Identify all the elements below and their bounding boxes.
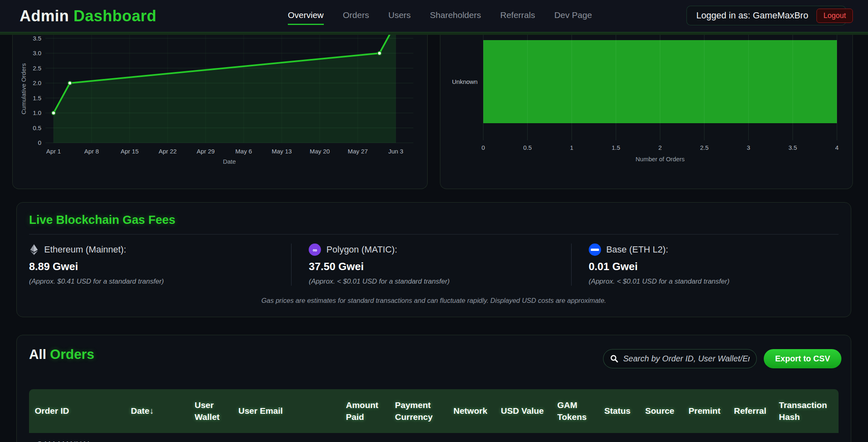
- svg-text:1.0: 1.0: [33, 109, 41, 116]
- nav-item-shareholders[interactable]: Shareholders: [430, 7, 481, 25]
- column-header-user-email[interactable]: User Email: [233, 389, 340, 433]
- orders-count-chart-card: 00.511.522.533.54UnknownNumber of Orders: [440, 35, 853, 189]
- column-header-user-wallet[interactable]: User Wallet: [189, 389, 233, 433]
- brand-admin: Admin: [20, 7, 69, 25]
- svg-text:Unknown: Unknown: [452, 78, 478, 85]
- gas-network-name: Polygon (MATIC):: [326, 244, 397, 255]
- svg-text:Number of Orders: Number of Orders: [635, 156, 684, 162]
- svg-text:0: 0: [482, 144, 485, 151]
- gas-price-value: 8.89 Gwei: [29, 260, 274, 273]
- svg-text:Apr 1: Apr 1: [46, 148, 61, 155]
- gas-price-value: 37.50 Gwei: [309, 260, 554, 273]
- column-header-order-id[interactable]: Order ID: [29, 389, 125, 433]
- svg-text:1: 1: [570, 144, 573, 151]
- column-header-usd-value[interactable]: USD Value: [495, 389, 552, 433]
- brand-dashboard: Dashboard: [74, 7, 157, 25]
- svg-text:May 27: May 27: [348, 148, 368, 155]
- gas-fees-disclaimer: Gas prices are estimates for standard tr…: [17, 297, 851, 304]
- column-header-referral[interactable]: Referral: [728, 389, 773, 433]
- gas-fees-entries: Ethereum (Mainnet):8.89 Gwei(Approx. $0.…: [17, 244, 851, 286]
- svg-text:2.5: 2.5: [700, 144, 709, 151]
- column-header-amount-paid[interactable]: Amount Paid: [340, 389, 389, 433]
- gas-price-value: 0.01 Gwei: [589, 260, 834, 273]
- svg-text:1.5: 1.5: [612, 144, 620, 151]
- orders-search: [603, 349, 757, 368]
- svg-text:Jun 3: Jun 3: [388, 148, 404, 155]
- cumulative-orders-line-chart: 00.51.01.52.02.53.03.5Apr 1Apr 8Apr 15Ap…: [13, 35, 427, 188]
- number-of-orders-bar-chart: 00.511.522.533.54UnknownNumber of Orders: [440, 35, 852, 188]
- svg-text:0.5: 0.5: [33, 124, 41, 131]
- svg-text:Apr 22: Apr 22: [159, 148, 177, 155]
- column-header-gam-tokens[interactable]: GAM Tokens: [552, 389, 599, 433]
- sort-desc-icon: ↓: [150, 405, 154, 417]
- svg-text:3.5: 3.5: [33, 35, 41, 42]
- svg-text:3: 3: [747, 144, 750, 151]
- gas-fees-card: Live Blockchain Gas Fees Ethereum (Mainn…: [16, 202, 851, 317]
- nav-item-orders[interactable]: Orders: [343, 7, 369, 25]
- gas-entry-polygon: ∞Polygon (MATIC):37.50 Gwei(Approx. < $0…: [291, 244, 571, 286]
- svg-text:May 13: May 13: [271, 148, 292, 155]
- search-icon: [610, 354, 619, 363]
- svg-text:4: 4: [835, 144, 839, 151]
- svg-text:∞: ∞: [313, 246, 317, 253]
- logged-in-text: Logged in as: GameMaxBro: [696, 10, 808, 21]
- gas-usd-note: (Approx. < $0.01 USD for a standard tran…: [309, 277, 554, 286]
- nav-item-referrals[interactable]: Referrals: [500, 7, 535, 25]
- page-title: Admin Dashboard: [20, 7, 157, 25]
- search-input[interactable]: [623, 354, 750, 363]
- admin-dashboard-page: Admin Dashboard OverviewOrdersUsersShare…: [0, 0, 868, 442]
- column-header-date[interactable]: Date↓: [125, 389, 189, 433]
- svg-text:Date: Date: [223, 158, 236, 165]
- column-header-status[interactable]: Status: [599, 389, 639, 433]
- svg-text:May 6: May 6: [236, 148, 252, 155]
- column-header-transaction-hash[interactable]: Transaction Hash: [773, 389, 839, 433]
- gas-fees-title: Live Blockchain Gas Fees: [29, 213, 839, 235]
- column-header-network[interactable]: Network: [448, 389, 495, 433]
- svg-text:0: 0: [38, 139, 41, 146]
- logout-button[interactable]: Logout: [816, 9, 853, 23]
- nav-item-users[interactable]: Users: [388, 7, 411, 25]
- gas-usd-note: (Approx. $0.41 USD for a standard transf…: [29, 277, 274, 286]
- svg-text:2.5: 2.5: [33, 65, 41, 72]
- svg-text:Cumulative Orders: Cumulative Orders: [20, 63, 27, 114]
- svg-text:0.5: 0.5: [523, 144, 532, 151]
- gas-usd-note: (Approx. < $0.01 USD for a standard tran…: [589, 277, 834, 286]
- top-nav: Admin Dashboard OverviewOrdersUsersShare…: [0, 0, 868, 32]
- svg-text:2: 2: [658, 144, 662, 151]
- gas-entry-ethereum: Ethereum (Mainnet):8.89 Gwei(Approx. $0.…: [17, 244, 291, 286]
- ethereum-icon: [29, 244, 39, 256]
- table-row[interactable]: GAM-MANUAL-: [29, 433, 839, 442]
- all-orders-card: All Orders Export to CSV Order IDDate↓Us…: [16, 335, 851, 442]
- svg-text:Apr 29: Apr 29: [197, 148, 215, 155]
- orders-table-header: Order IDDate↓User WalletUser EmailAmount…: [29, 389, 839, 433]
- nav-item-dev-page[interactable]: Dev Page: [554, 7, 592, 25]
- svg-text:2.0: 2.0: [33, 79, 41, 86]
- nav-item-overview[interactable]: Overview: [288, 7, 324, 25]
- base-icon: [589, 244, 601, 256]
- login-status-box: Logged in as: GameMaxBro Logout: [686, 6, 846, 25]
- svg-text:3.5: 3.5: [788, 144, 797, 151]
- svg-text:Apr 8: Apr 8: [84, 148, 99, 155]
- svg-text:3.0: 3.0: [33, 50, 41, 56]
- all-orders-title: All Orders: [29, 347, 94, 362]
- column-header-premint[interactable]: Premint: [683, 389, 728, 433]
- column-header-payment-currency[interactable]: Payment Currency: [389, 389, 448, 433]
- nav-divider: [0, 32, 868, 35]
- svg-text:Apr 15: Apr 15: [121, 148, 139, 155]
- svg-text:May 20: May 20: [310, 148, 330, 155]
- orders-table: Order IDDate↓User WalletUser EmailAmount…: [29, 389, 839, 442]
- column-header-source[interactable]: Source: [639, 389, 683, 433]
- gas-network-name: Ethereum (Mainnet):: [44, 244, 126, 255]
- order-id-cell: GAM-MANUAL-: [29, 433, 125, 442]
- export-csv-button[interactable]: Export to CSV: [764, 349, 841, 368]
- cumulative-orders-chart-card: 00.51.01.52.02.53.03.5Apr 1Apr 8Apr 15Ap…: [12, 35, 428, 189]
- polygon-icon: ∞: [309, 244, 321, 256]
- svg-text:1.5: 1.5: [33, 95, 41, 101]
- gas-network-name: Base (ETH L2):: [606, 244, 668, 255]
- gas-entry-base: Base (ETH L2):0.01 Gwei(Approx. < $0.01 …: [571, 244, 851, 286]
- main-nav: OverviewOrdersUsersShareholdersReferrals…: [288, 0, 592, 32]
